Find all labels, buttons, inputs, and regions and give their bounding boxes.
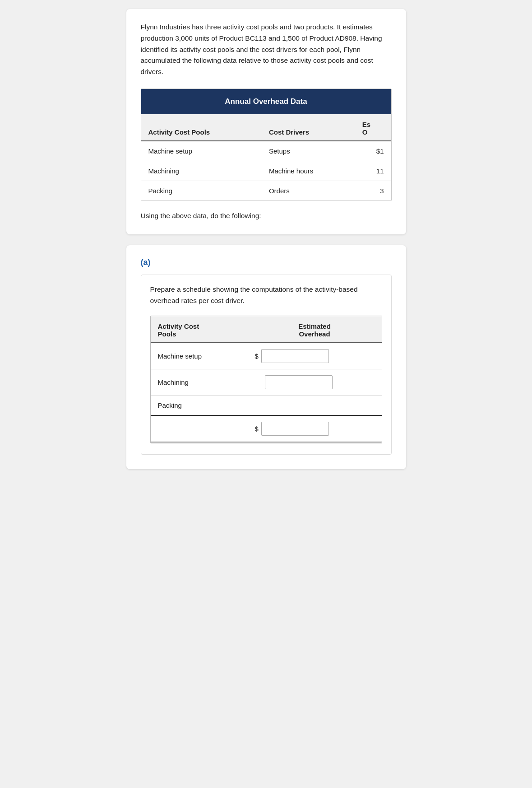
total-pool-label [151, 415, 248, 443]
col-activity-cost-pools: Activity Cost Pools [141, 114, 262, 141]
driver-setups: Setups [262, 141, 355, 161]
prepare-text: Prepare a schedule showing the computati… [150, 284, 382, 307]
page-container: Flynn Industries has three activity cost… [0, 0, 532, 788]
total-overhead-input[interactable] [261, 422, 329, 436]
input-cell-machine-setup: $ [248, 343, 382, 369]
col-estimated-overhead: EsO [355, 114, 391, 141]
estimated-packing: 3 [355, 181, 391, 200]
pool-machine-setup: Machine setup [141, 141, 262, 161]
overhead-input-machine-setup[interactable] [261, 349, 329, 363]
driver-machine-hours: Machine hours [262, 161, 355, 181]
table-row: Packing Orders 3 [141, 181, 391, 200]
table-row: Machine setup Setups $1 [141, 141, 391, 161]
table-row: Machining Machine hours 11 [141, 161, 391, 181]
estimated-machine-setup: $1 [355, 141, 391, 161]
dollar-sign-machine-setup: $ [255, 352, 259, 360]
input-table-wrapper: Activity CostPools EstimatedOverhead Mac… [150, 316, 382, 443]
total-dollar-sign: $ [255, 425, 259, 433]
driver-orders: Orders [262, 181, 355, 200]
input-row-machining: Machining [151, 369, 382, 395]
pool-machining: Machining [141, 161, 262, 181]
col-head-estimated-overhead: EstimatedOverhead [248, 316, 382, 343]
input-row-total: $ [151, 415, 382, 443]
input-cell-machining [248, 369, 382, 395]
input-row-packing: Packing [151, 395, 382, 415]
col-cost-drivers: Cost Drivers [262, 114, 355, 141]
total-input-cell: $ [248, 415, 382, 443]
input-pool-machine-setup: Machine setup [151, 343, 248, 369]
overhead-input-machining[interactable] [265, 375, 333, 389]
annual-table-wrapper: Annual Overhead Data Activity Cost Pools… [141, 89, 392, 201]
annual-table-title: Annual Overhead Data [141, 89, 391, 114]
part-a-label: (a) [141, 258, 392, 267]
pool-packing: Packing [141, 181, 262, 200]
col-head-activity-cost-pools: Activity CostPools [151, 316, 248, 343]
annual-table: Activity Cost Pools Cost Drivers EsO Mac… [141, 114, 391, 200]
input-row-machine-setup: Machine setup $ [151, 343, 382, 369]
estimated-machining: 11 [355, 161, 391, 181]
problem-card: Flynn Industries has three activity cost… [126, 9, 406, 234]
input-pool-machining: Machining [151, 369, 248, 395]
part-a-inner: Prepare a schedule showing the computati… [141, 275, 392, 455]
part-a-card: (a) Prepare a schedule showing the compu… [126, 245, 406, 469]
input-cell-packing [248, 395, 382, 415]
using-text: Using the above data, do the following: [141, 212, 392, 220]
input-table: Activity CostPools EstimatedOverhead Mac… [151, 316, 382, 443]
input-pool-packing: Packing [151, 395, 248, 415]
intro-text: Flynn Industries has three activity cost… [141, 22, 392, 78]
